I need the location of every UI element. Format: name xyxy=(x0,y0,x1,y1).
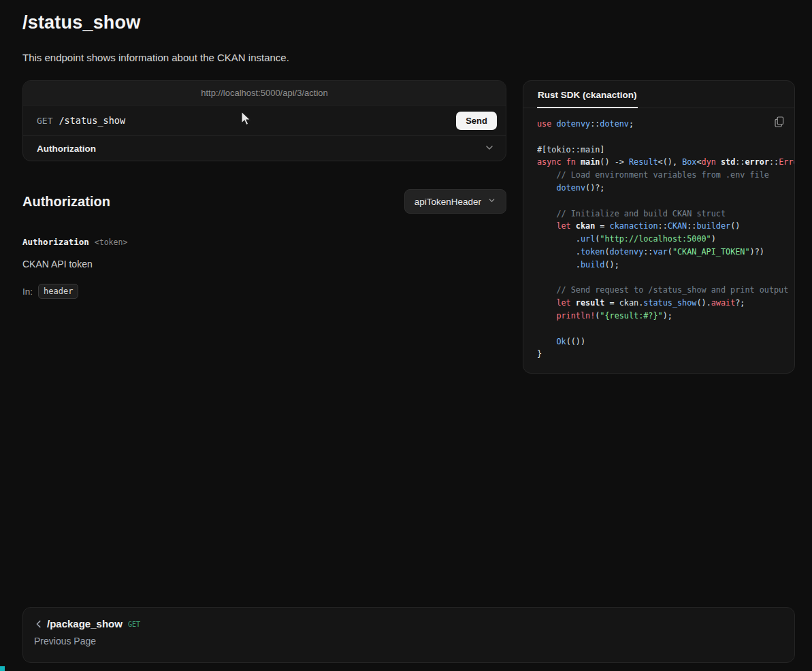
base-url-bar: http://localhost:5000/api/3/action xyxy=(23,81,506,105)
corner-marker xyxy=(0,666,5,671)
auth-field-description: CKAN API token xyxy=(22,259,506,269)
send-button[interactable]: Send xyxy=(456,112,497,130)
http-method-badge: GET xyxy=(37,116,52,126)
request-playground-card: http://localhost:5000/api/3/action GET /… xyxy=(22,80,506,161)
endpoint-description: This endpoint shows information about th… xyxy=(22,52,795,63)
copy-code-button[interactable] xyxy=(773,115,785,131)
code-sample-card: Rust SDK (ckanaction) use dotenvy::doten… xyxy=(523,80,795,374)
sdk-tab-bar: Rust SDK (ckanaction) xyxy=(523,81,794,108)
prev-page-label: Previous Page xyxy=(34,636,783,647)
chevron-down-icon xyxy=(484,142,495,155)
prev-page-path: /package_show xyxy=(47,618,123,629)
clipboard-icon xyxy=(775,119,784,129)
api-docs-page: /status_show This endpoint shows informa… xyxy=(22,0,795,374)
authorization-heading: Authorization xyxy=(22,194,110,210)
authorization-accordion-label: Authorization xyxy=(37,144,96,154)
chevron-down-icon xyxy=(487,196,496,207)
auth-scheme-dropdown[interactable]: apiTokenHeader xyxy=(404,189,506,214)
chevron-left-icon xyxy=(34,619,44,629)
prev-page-card[interactable]: /package_show GET Previous Page xyxy=(22,607,795,663)
base-url-text: http://localhost:5000/api/3/action xyxy=(201,88,327,98)
code-block: use dotenvy::dotenv; #[tokio::main]async… xyxy=(537,118,794,361)
endpoint-path: /status_show xyxy=(59,115,125,126)
page-title: /status_show xyxy=(22,0,795,33)
auth-scheme-value: apiTokenHeader xyxy=(415,197,481,207)
tab-rust-sdk[interactable]: Rust SDK (ckanaction) xyxy=(537,81,638,108)
authorization-accordion[interactable]: Authorization xyxy=(23,135,506,161)
auth-in-label: In: xyxy=(22,287,33,297)
request-row: GET /status_show Send xyxy=(23,105,506,135)
auth-in-value-chip: header xyxy=(38,284,78,299)
prev-page-method-badge: GET xyxy=(128,619,140,628)
auth-field-name: Authorization xyxy=(22,237,89,247)
auth-field-type: <token> xyxy=(95,238,127,247)
